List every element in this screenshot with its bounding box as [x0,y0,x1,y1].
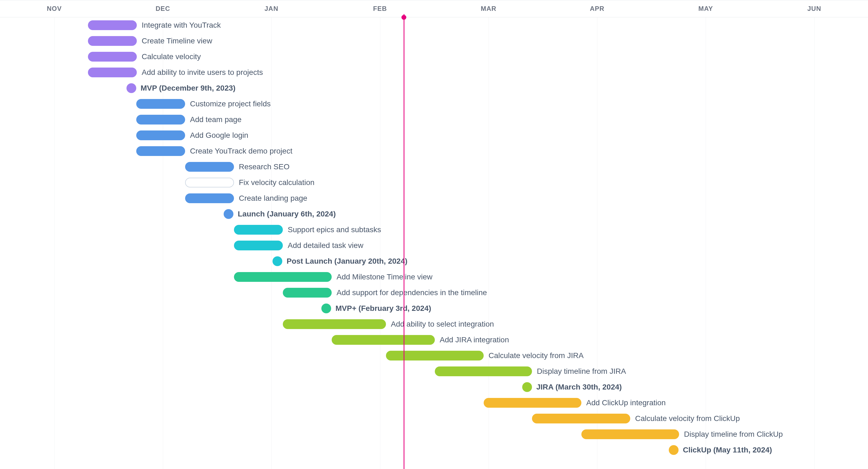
milestone-marker[interactable] [126,83,136,93]
gantt-row[interactable]: Add team page [0,112,868,128]
task-bar[interactable] [136,146,185,156]
milestone-marker[interactable] [321,304,331,313]
gantt-row[interactable]: Add ClickUp integration [0,395,868,411]
task-label[interactable]: Add ability to invite users to projects [142,68,263,77]
month-label: MAR [481,5,496,12]
milestone-marker[interactable] [669,445,679,455]
gantt-row[interactable]: Add Milestone Timeline view [0,269,868,285]
gantt-row[interactable]: Calculate velocity from ClickUp [0,411,868,427]
gantt-row[interactable]: Add support for dependencies in the time… [0,285,868,301]
task-bar[interactable] [532,414,630,424]
task-bar[interactable] [283,319,386,329]
task-label[interactable]: Research SEO [239,163,289,171]
gantt-row[interactable]: Research SEO [0,159,868,175]
gantt-chart[interactable]: NOVDECJANFEBMARAPRMAYJUN Integrate with … [0,0,868,469]
task-label[interactable]: Add detailed task view [288,241,364,250]
gantt-row[interactable]: Calculate velocity [0,49,868,65]
milestone-label[interactable]: JIRA (March 30th, 2024) [536,383,622,392]
gantt-row[interactable]: MVP (December 9th, 2023) [0,80,868,96]
task-label[interactable]: Create Timeline view [142,37,212,45]
gantt-row[interactable]: Add detailed task view [0,238,868,253]
task-label[interactable]: Add support for dependencies in the time… [337,288,487,297]
gantt-row[interactable]: Customize project fields [0,96,868,112]
task-label[interactable]: Display timeline from JIRA [537,367,626,376]
milestone-label[interactable]: ClickUp (May 11th, 2024) [683,446,772,454]
gantt-row[interactable]: JIRA (March 30th, 2024) [0,379,868,395]
task-label[interactable]: Add Google login [190,131,248,140]
gantt-row[interactable]: ClickUp (May 11th, 2024) [0,442,868,458]
milestone-marker[interactable] [522,382,532,392]
task-bar[interactable] [581,429,679,439]
task-label[interactable]: Fix velocity calculation [239,178,315,187]
gantt-row[interactable]: Post Launch (January 20th, 2024) [0,253,868,269]
task-bar[interactable] [185,162,234,172]
task-label[interactable]: Add JIRA integration [440,336,509,344]
gantt-row[interactable]: Calculate velocity from JIRA [0,348,868,364]
today-indicator-line [404,14,404,469]
milestone-label[interactable]: MVP (December 9th, 2023) [141,84,236,93]
task-bar[interactable] [136,115,185,125]
gantt-row[interactable]: Create Timeline view [0,33,868,49]
task-bar[interactable] [88,68,137,77]
task-label[interactable]: Add team page [190,115,242,124]
gantt-row[interactable]: Display timeline from ClickUp [0,427,868,442]
month-label: JAN [265,5,278,12]
task-label[interactable]: Create landing page [239,194,307,203]
month-label: MAY [699,5,713,12]
milestone-label[interactable]: Post Launch (January 20th, 2024) [287,257,407,266]
timeline-header: NOVDECJANFEBMARAPRMAYJUN [0,0,868,18]
task-label[interactable]: Customize project fields [190,100,271,108]
month-label: FEB [373,5,387,12]
task-bar[interactable] [88,36,137,46]
task-bar[interactable] [234,225,283,235]
task-bar[interactable] [136,131,185,140]
task-bar[interactable] [234,241,283,250]
task-label[interactable]: Display timeline from ClickUp [684,430,783,439]
task-label[interactable]: Add Milestone Timeline view [337,273,432,281]
task-bar[interactable] [386,351,484,361]
month-label: NOV [47,5,62,12]
gantt-row[interactable]: Add Google login [0,128,868,143]
milestone-marker[interactable] [224,209,234,219]
task-label[interactable]: Add ClickUp integration [586,399,666,407]
milestone-label[interactable]: Launch (January 6th, 2024) [238,210,336,219]
today-indicator-dot [401,15,406,20]
gantt-row[interactable]: Support epics and subtasks [0,222,868,238]
task-bar[interactable] [484,398,581,408]
gantt-row[interactable]: Launch (January 6th, 2024) [0,206,868,222]
task-label[interactable]: Add ability to select integration [391,320,494,329]
gantt-row[interactable]: Add ability to select integration [0,316,868,332]
task-label[interactable]: Support epics and subtasks [288,226,381,234]
gantt-row[interactable]: Display timeline from JIRA [0,364,868,379]
gantt-row[interactable]: Create YouTrack demo project [0,143,868,159]
gantt-row[interactable]: Add ability to invite users to projects [0,65,868,80]
task-label[interactable]: Create YouTrack demo project [190,147,292,156]
month-label: APR [590,5,604,12]
task-label[interactable]: Integrate with YouTrack [142,21,221,30]
task-bar[interactable] [88,52,137,62]
task-bar[interactable] [88,20,137,30]
task-label[interactable]: Calculate velocity from ClickUp [635,414,740,423]
task-bar[interactable] [283,288,332,298]
milestone-marker[interactable] [273,256,282,266]
task-bar[interactable] [185,193,234,203]
milestone-label[interactable]: MVP+ (February 3rd, 2024) [336,304,431,313]
gantt-row[interactable]: Fix velocity calculation [0,175,868,191]
month-label: DEC [156,5,170,12]
month-label: JUN [807,5,821,12]
task-bar[interactable] [435,366,532,376]
gantt-row[interactable]: Create landing page [0,191,868,206]
gantt-row[interactable]: Integrate with YouTrack [0,18,868,33]
task-bar[interactable] [332,335,435,345]
task-bar[interactable] [136,99,185,109]
gantt-row[interactable]: Add JIRA integration [0,332,868,348]
task-label[interactable]: Calculate velocity [142,52,201,61]
task-label[interactable]: Calculate velocity from JIRA [489,351,584,360]
gantt-row[interactable]: MVP+ (February 3rd, 2024) [0,301,868,316]
task-bar[interactable] [234,272,332,282]
task-bar[interactable] [185,178,234,188]
gantt-rows: Integrate with YouTrackCreate Timeline v… [0,18,868,458]
